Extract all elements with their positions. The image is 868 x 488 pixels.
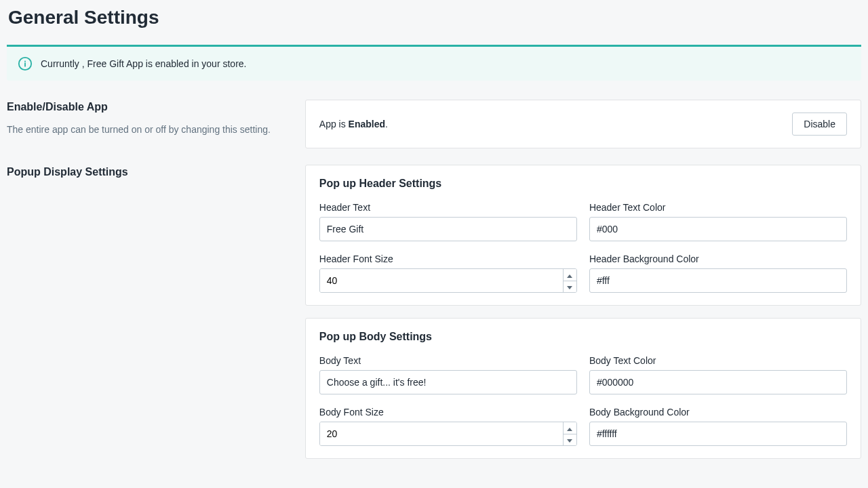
body-font-size-label: Body Font Size — [319, 407, 577, 418]
app-status-text: App is Enabled. — [319, 119, 388, 129]
body-bg-color-label: Body Background Color — [589, 407, 847, 418]
header-font-size-field — [319, 268, 577, 293]
enable-section-description: The entire app can be turned on or off b… — [7, 123, 289, 137]
chevron-up-icon — [567, 270, 572, 280]
header-settings-card: Pop up Header Settings Header Text Heade… — [305, 165, 861, 306]
header-font-size-down-button[interactable] — [564, 281, 576, 293]
header-text-color-input[interactable] — [589, 217, 847, 241]
body-font-size-field — [319, 422, 577, 446]
enable-section: Enable/Disable App The entire app can be… — [7, 100, 861, 148]
header-text-input[interactable] — [319, 217, 577, 241]
body-settings-title: Pop up Body Settings — [319, 331, 847, 343]
info-icon — [18, 56, 33, 71]
body-text-color-label: Body Text Color — [589, 355, 847, 366]
header-font-size-label: Header Font Size — [319, 253, 577, 264]
chevron-up-icon — [567, 423, 572, 433]
header-font-size-up-button[interactable] — [564, 269, 576, 281]
body-text-color-input[interactable] — [589, 370, 847, 394]
header-text-color-label: Header Text Color — [589, 202, 847, 213]
header-settings-title: Pop up Header Settings — [319, 178, 847, 190]
body-font-size-input[interactable] — [320, 422, 563, 445]
chevron-down-icon — [567, 281, 572, 291]
popup-section: Popup Display Settings Pop up Header Set… — [7, 165, 861, 459]
header-bg-color-input[interactable] — [589, 268, 847, 293]
body-bg-color-input[interactable] — [589, 422, 847, 446]
popup-section-heading: Popup Display Settings — [7, 166, 289, 178]
body-settings-card: Pop up Body Settings Body Text Body Text… — [305, 318, 861, 459]
body-font-size-up-button[interactable] — [564, 422, 576, 434]
body-text-label: Body Text — [319, 355, 577, 366]
disable-button[interactable]: Disable — [792, 113, 847, 136]
page-title: General Settings — [7, 7, 861, 28]
enable-card: App is Enabled. Disable — [305, 100, 861, 148]
enable-section-heading: Enable/Disable App — [7, 101, 289, 113]
body-font-size-down-button[interactable] — [564, 434, 576, 446]
info-banner-text: Curruntly , Free Gift App is enabled in … — [41, 58, 246, 69]
header-text-label: Header Text — [319, 202, 577, 213]
info-banner: Curruntly , Free Gift App is enabled in … — [7, 45, 861, 81]
chevron-down-icon — [567, 434, 572, 445]
header-font-size-input[interactable] — [320, 269, 563, 292]
header-bg-color-label: Header Background Color — [589, 253, 847, 264]
body-text-input[interactable] — [319, 370, 577, 394]
